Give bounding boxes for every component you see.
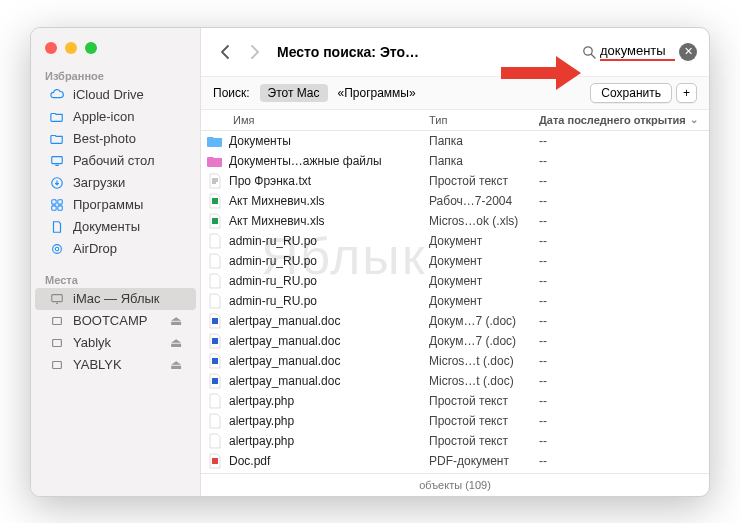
file-name: Про Фрэнка.txt: [229, 174, 429, 188]
sidebar-item[interactable]: Документы: [35, 216, 196, 238]
file-icon: [201, 233, 229, 249]
sidebar-item-label: YABLYK: [73, 357, 122, 372]
finder-window: Избранное iCloud Drive Apple-icon Best-p…: [30, 27, 710, 497]
sidebar-item[interactable]: AirDrop: [35, 238, 196, 260]
file-icon: [201, 173, 229, 189]
sidebar-item[interactable]: iMac — Яблык: [35, 288, 196, 310]
scope-apps[interactable]: «Программы»: [338, 86, 416, 100]
file-icon: [201, 373, 229, 389]
file-row[interactable]: admin-ru_RU.po Документ --: [201, 251, 709, 271]
column-date[interactable]: Дата последнего открытия⌄: [539, 114, 709, 126]
sidebar-item[interactable]: Рабочий стол: [35, 150, 196, 172]
file-row[interactable]: Doc.pdf PDF-документ --: [201, 451, 709, 471]
close-button[interactable]: [45, 42, 57, 54]
file-name: Акт Михневич.xls: [229, 194, 429, 208]
file-row[interactable]: Акт Михневич.xls Micros…ok (.xls) --: [201, 211, 709, 231]
file-type: Докум…7 (.doc): [429, 334, 539, 348]
file-type: Докум…7 (.doc): [429, 314, 539, 328]
file-date: --: [539, 334, 709, 348]
file-icon: [201, 293, 229, 309]
window-controls: [31, 28, 200, 64]
file-name: alertpay_manual.doc: [229, 314, 429, 328]
sidebar-item[interactable]: Best-photo: [35, 128, 196, 150]
svg-rect-2: [52, 156, 63, 163]
sidebar-item[interactable]: Apple-icon: [35, 106, 196, 128]
apps-icon: [49, 197, 65, 213]
file-type: Документ: [429, 294, 539, 308]
file-type: Рабоч…7-2004: [429, 194, 539, 208]
file-type: Простой текст: [429, 434, 539, 448]
file-name: admin-ru_RU.po: [229, 254, 429, 268]
sidebar-item[interactable]: Yablyk ⏏: [35, 332, 196, 354]
file-type: Простой текст: [429, 174, 539, 188]
file-date: --: [539, 314, 709, 328]
back-button[interactable]: [213, 40, 237, 64]
file-row[interactable]: admin-ru_RU.po Документ --: [201, 291, 709, 311]
file-date: --: [539, 354, 709, 368]
column-name[interactable]: Имя: [229, 114, 429, 126]
svg-rect-24: [212, 358, 218, 364]
file-type: Документ: [429, 274, 539, 288]
desktop-icon: [49, 153, 65, 169]
sidebar-item[interactable]: Программы: [35, 194, 196, 216]
clear-search-button[interactable]: ✕: [679, 43, 697, 61]
file-row[interactable]: Документы…ажные файлы Папка --: [201, 151, 709, 171]
file-row[interactable]: admin-ru_RU.po Документ --: [201, 231, 709, 251]
file-name: Doc.pdf: [229, 454, 429, 468]
file-name: Акт Михневич.xls: [229, 214, 429, 228]
file-row[interactable]: alertpay_manual.doc Micros…t (.doc) --: [201, 371, 709, 391]
file-row[interactable]: Про Фрэнка.txt Простой текст --: [201, 171, 709, 191]
file-list[interactable]: Яблык Документы Папка -- Документы…ажные…: [201, 131, 709, 473]
disk-icon: [49, 313, 65, 329]
search-icon: [582, 45, 596, 59]
svg-point-10: [53, 244, 62, 253]
imac-icon: [49, 291, 65, 307]
sidebar-item-label: Программы: [73, 197, 143, 212]
file-name: alertpay_manual.doc: [229, 374, 429, 388]
svg-rect-5: [52, 199, 56, 203]
search-scope-label: Поиск:: [213, 86, 250, 100]
minimize-button[interactable]: [65, 42, 77, 54]
file-row[interactable]: alertpay_manual.doc Докум…7 (.doc) --: [201, 331, 709, 351]
sidebar-item-label: Best-photo: [73, 131, 136, 146]
eject-icon[interactable]: ⏏: [170, 313, 182, 328]
file-icon: [201, 353, 229, 369]
save-search-button[interactable]: Сохранить: [590, 83, 672, 103]
file-type: Micros…t (.doc): [429, 354, 539, 368]
sidebar-item[interactable]: iCloud Drive: [35, 84, 196, 106]
forward-button[interactable]: [243, 40, 267, 64]
file-icon: [201, 193, 229, 209]
zoom-button[interactable]: [85, 42, 97, 54]
file-row[interactable]: alertpay.php Простой текст --: [201, 391, 709, 411]
file-type: Micros…ok (.xls): [429, 214, 539, 228]
file-row[interactable]: alertpay.php Простой текст --: [201, 431, 709, 451]
file-name: Документы: [229, 134, 429, 148]
chevron-down-icon: ⌄: [690, 114, 698, 125]
file-row[interactable]: alertpay_manual.doc Micros…t (.doc) --: [201, 351, 709, 371]
svg-rect-7: [52, 205, 56, 209]
svg-rect-21: [212, 218, 218, 224]
sidebar-item[interactable]: Загрузки: [35, 172, 196, 194]
svg-line-16: [591, 54, 595, 58]
search-input[interactable]: [600, 43, 675, 61]
eject-icon[interactable]: ⏏: [170, 335, 182, 350]
sidebar-item[interactable]: YABLYK ⏏: [35, 354, 196, 376]
svg-rect-6: [58, 199, 62, 203]
file-row[interactable]: alertpay_manual.doc Докум…7 (.doc) --: [201, 311, 709, 331]
file-row[interactable]: Документы Папка --: [201, 131, 709, 151]
file-date: --: [539, 214, 709, 228]
svg-rect-25: [212, 378, 218, 384]
scope-this-mac[interactable]: Этот Mac: [260, 84, 328, 102]
sidebar-item[interactable]: BOOTCAMP ⏏: [35, 310, 196, 332]
file-row[interactable]: alertpay.php Простой текст --: [201, 411, 709, 431]
column-type[interactable]: Тип: [429, 114, 539, 126]
file-row[interactable]: admin-ru_RU.po Документ --: [201, 271, 709, 291]
add-criteria-button[interactable]: +: [676, 83, 697, 103]
eject-icon[interactable]: ⏏: [170, 357, 182, 372]
svg-rect-26: [212, 458, 218, 464]
cloud-icon: [49, 87, 65, 103]
file-date: --: [539, 254, 709, 268]
file-row[interactable]: Акт Михневич.xls Рабоч…7-2004 --: [201, 191, 709, 211]
file-type: Простой текст: [429, 414, 539, 428]
file-name: Документы…ажные файлы: [229, 154, 429, 168]
